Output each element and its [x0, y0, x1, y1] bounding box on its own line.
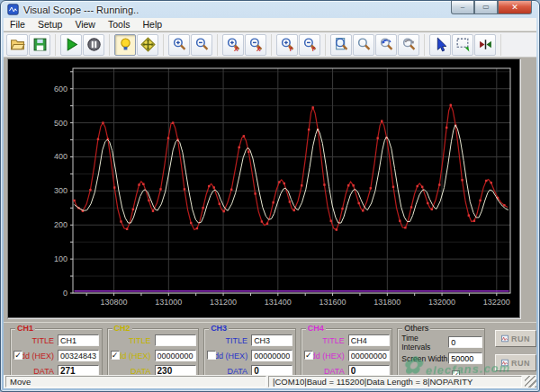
channel-panel-ch1: CH1TITLE✓Add (HEX)DATA — [10, 328, 103, 377]
run-button-2[interactable]: RUN — [495, 354, 536, 371]
maximize-icon: ▭ — [482, 4, 490, 11]
channel-legend-ch3: CH3 — [209, 324, 229, 333]
maximize-button[interactable]: ▭ — [474, 1, 498, 14]
others-field-row-0: Time Intervals — [398, 335, 484, 349]
chart-canvas: 0100200300400500600130800131000131200131… — [8, 59, 519, 317]
waveform-chart[interactable]: 0100200300400500600130800131000131200131… — [7, 58, 520, 318]
menu-tools[interactable]: Tools — [102, 19, 137, 30]
ch2-addr-row: ✓Add (HEX) — [108, 349, 199, 362]
zoom-out-icon — [194, 37, 210, 52]
ch4-addr-input[interactable] — [348, 350, 390, 361]
run-button[interactable] — [60, 34, 82, 56]
pan-button[interactable] — [137, 34, 158, 56]
menu-setup[interactable]: Setup — [32, 19, 68, 30]
zoom-in-icon — [172, 37, 187, 52]
minimize-icon: – — [461, 4, 464, 11]
toolbar-group — [60, 34, 110, 56]
channel-panel-ch4: CH4TITLE✓Add (HEX)DATA — [301, 328, 393, 377]
channel-legend-ch1: CH1 — [15, 324, 35, 333]
zoom-x-in-icon: X — [226, 37, 241, 52]
ch4-title-label: TITLE — [302, 336, 348, 345]
zoom-in-button[interactable] — [168, 34, 190, 56]
close-button[interactable]: ✕ — [498, 1, 532, 14]
title-bar[interactable]: Visual Scope --- Running.. –▭✕ — [1, 1, 539, 18]
run-button-1[interactable]: RUN — [495, 330, 536, 347]
measure-markers-button[interactable] — [474, 34, 496, 56]
toolbar-group — [330, 34, 425, 56]
ch4-addr-checkbox[interactable]: ✓ — [304, 351, 313, 360]
svg-text:131800: 131800 — [374, 298, 400, 307]
app-icon — [7, 4, 19, 15]
ch3-addr-input[interactable] — [251, 350, 292, 361]
svg-text:130800: 130800 — [101, 298, 128, 307]
status-com-text: |COM10|Baud = 115200|Data Length = 8|NOP… — [273, 377, 472, 387]
ch4-data-label: DATA — [302, 367, 348, 376]
svg-text:131600: 131600 — [320, 298, 346, 307]
run-chart-icon — [501, 334, 508, 343]
zoom-page-button[interactable] — [330, 34, 352, 56]
open-file-button[interactable] — [6, 34, 28, 56]
status-left: Move — [5, 376, 266, 388]
ch1-title-input[interactable] — [58, 334, 99, 346]
ch2-data-label: DATA — [108, 367, 155, 376]
ch2-addr-input[interactable] — [155, 350, 196, 361]
ch3-title-input[interactable] — [251, 334, 292, 346]
ch3-title-label: TITLE — [204, 336, 251, 345]
ch3-addr-row: Add (HEX) — [204, 349, 295, 362]
channel-controls: CH1TITLE✓Add (HEX)DATACH2TITLE✓Add (HEX)… — [4, 322, 536, 379]
ch2-title-input[interactable] — [155, 334, 196, 346]
channel-panel-ch2: CH2TITLE✓Add (HEX)DATA — [107, 328, 200, 377]
svg-text:131400: 131400 — [265, 298, 292, 307]
zoom-redo-button[interactable] — [398, 34, 419, 56]
svg-text:131000: 131000 — [155, 298, 182, 307]
screen: Visual Scope --- Running.. –▭✕ FileSetup… — [0, 0, 540, 392]
svg-text:X: X — [234, 46, 238, 52]
minimize-button[interactable]: – — [451, 1, 474, 14]
ch1-addr-row: ✓Add (HEX) — [11, 349, 102, 362]
svg-text:500: 500 — [54, 119, 68, 128]
ch4-title-input[interactable] — [348, 334, 390, 346]
zoom-out-button[interactable] — [191, 34, 212, 56]
status-mode-text: Move — [10, 377, 31, 387]
channel-legend-ch4: CH4 — [306, 324, 326, 333]
zoom-y-out-button[interactable]: Y — [299, 34, 320, 56]
toolbar-group: YY — [276, 34, 326, 56]
zoom-x-out-button[interactable]: X — [245, 34, 266, 56]
zoom-normal-button[interactable] — [353, 34, 374, 56]
svg-text:Y: Y — [310, 46, 315, 52]
run-button-label: RUN — [511, 359, 530, 368]
svg-text:400: 400 — [54, 152, 68, 161]
others-field-input-0[interactable] — [448, 336, 482, 348]
ch2-addr-checkbox[interactable]: ✓ — [111, 351, 120, 360]
ch3-title-row: TITLE — [204, 334, 295, 347]
zoom-undo-button[interactable] — [375, 34, 397, 56]
menu-help[interactable]: Help — [136, 19, 168, 30]
ch1-addr-input[interactable] — [58, 350, 99, 361]
light-button[interactable] — [114, 34, 136, 56]
close-icon: ✕ — [511, 4, 518, 12]
select-region-button[interactable] — [452, 34, 473, 56]
zoom-x-in-button[interactable]: X — [222, 34, 244, 56]
pause-button[interactable] — [83, 34, 104, 56]
toolbar-group — [168, 34, 218, 56]
resize-grip[interactable] — [525, 376, 536, 388]
others-field-input-1[interactable] — [448, 352, 482, 364]
zoom-y-in-button[interactable]: Y — [276, 34, 298, 56]
ch2-title-label: TITLE — [108, 336, 155, 345]
toolbar-group: XX — [222, 34, 272, 56]
svg-text:132200: 132200 — [483, 298, 510, 307]
cursor-button[interactable] — [429, 34, 451, 56]
status-bar: Move |COM10|Baud = 115200|Data Length = … — [4, 375, 536, 388]
ch1-addr-checkbox[interactable]: ✓ — [14, 351, 22, 360]
ch3-addr-checkbox[interactable] — [207, 351, 216, 360]
menu-view[interactable]: View — [68, 19, 102, 30]
svg-text:132000: 132000 — [428, 298, 455, 307]
window-title: Visual Scope --- Running.. — [23, 4, 139, 15]
svg-text:X: X — [256, 46, 261, 52]
svg-text:Y: Y — [288, 46, 292, 52]
save-button[interactable] — [29, 34, 50, 56]
menu-file[interactable]: File — [4, 19, 32, 30]
ch4-addr-row: ✓Add (HEX) — [302, 349, 392, 362]
others-field-row-1: Screen Width — [398, 352, 484, 365]
channel-panel-ch3: CH3TITLEAdd (HEX)DATA — [203, 328, 296, 377]
